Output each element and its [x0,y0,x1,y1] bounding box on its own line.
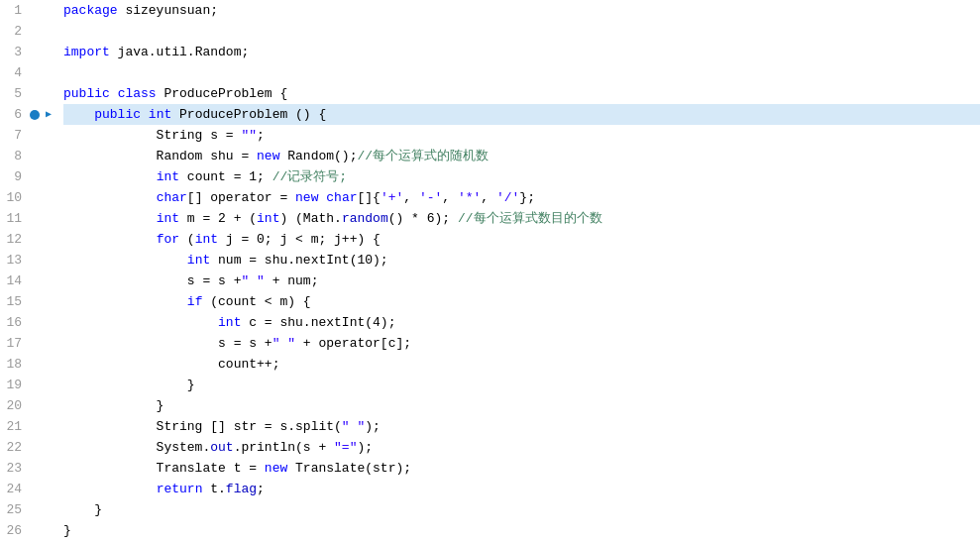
token-plain [63,482,157,496]
token-plain: } [63,378,195,392]
token-plain: java.util.Random; [110,45,249,59]
gutter-line: 10 [0,187,55,208]
token-kw: int [187,253,210,268]
code-line: s = s +" " + operator[c]; [63,333,980,354]
gutter-line: 12 [0,229,55,250]
line-number: 17 [0,333,28,354]
token-kw: package [63,3,118,18]
gutter-line: 3 [0,42,55,62]
line-number: 2 [0,21,28,42]
token-plain: + operator[c]; [295,336,411,351]
token-plain: sizeyunsuan; [118,3,218,18]
line-number: 26 [0,520,28,541]
token-str: " " [342,419,365,434]
code-lines: package sizeyunsuan; import java.util.Ra… [55,0,980,541]
token-plain [63,107,94,122]
line-number: 1 [0,0,28,21]
token-plain [63,253,187,268]
code-line: int c = shu.nextInt(4); [63,312,980,333]
gutter-line: 6▶ [0,104,55,125]
gutter-line: 24 [0,479,55,499]
code-editor: 123456▶789101112131415161718192021222324… [0,0,980,543]
token-plain: , [403,190,419,205]
gutter-line: 5 [0,83,55,104]
token-str: '-' [419,190,442,205]
line-number: 16 [0,312,28,333]
gutter-line: 11 [0,208,55,229]
token-plain: count = 1; [179,169,272,184]
token-plain: ; [257,482,265,496]
token-plain: Random shu = [63,149,257,163]
code-line: public int ProduceProblem () { [63,104,980,125]
line-number: 10 [0,187,28,208]
line-number: 21 [0,416,28,437]
token-str: "" [241,128,257,143]
gutter-line: 14 [0,271,55,291]
token-field: random [342,211,388,226]
gutter-line: 1 [0,0,55,21]
token-plain: String s = [63,128,241,143]
code-line: } [63,520,980,541]
token-plain: num = shu.nextInt(10); [210,253,387,268]
code-area: 123456▶789101112131415161718192021222324… [0,0,980,541]
breakpoint-area[interactable] [28,110,42,120]
token-kw: return [157,482,203,496]
line-number: 18 [0,354,28,375]
code-line: System.out.println(s + "="); [63,437,980,458]
token-plain: ; [257,128,265,143]
gutter-line: 9 [0,166,55,187]
token-kw: public [94,107,141,122]
gutter-line: 21 [0,416,55,437]
gutter-line: 16 [0,312,55,333]
token-plain: ); [357,440,373,455]
breakpoint-dot [30,110,40,120]
token-str: '/' [496,190,519,205]
gutter-line: 2 [0,21,55,42]
code-line: package sizeyunsuan; [63,0,980,21]
token-plain: System. [63,440,210,455]
token-plain: }; [519,190,535,205]
token-plain: ( [179,232,195,247]
token-kw: int [157,211,179,226]
code-line: int count = 1; //记录符号; [63,166,980,187]
code-line: import java.util.Random; [63,42,980,62]
code-line: public class ProduceProblem { [63,83,980,104]
gutter-line: 15 [0,291,55,312]
token-str: " " [272,336,295,351]
code-line: s = s +" " + num; [63,271,980,291]
token-str: "=" [334,440,357,455]
code-line: if (count < m) { [63,291,980,312]
token-kw: char [326,190,357,205]
token-plain [63,211,157,226]
token-plain: , [481,190,496,205]
token-plain: c = shu.nextInt(4); [241,315,395,330]
code-line: String [] str = s.split(" "); [63,416,980,437]
token-kw: import [63,45,110,59]
token-plain: j = 0; j < m; j++) { [218,232,381,247]
gutter-line: 23 [0,458,55,479]
token-plain [110,86,118,101]
line-number: 23 [0,458,28,479]
token-plain: t. [202,482,225,496]
line-number: 11 [0,208,28,229]
token-plain: .println(s + [234,440,334,455]
token-plain [63,294,187,309]
token-plain [63,315,218,330]
gutter-line: 4 [0,62,55,83]
token-plain: count++; [63,357,279,372]
token-plain: + num; [265,273,319,288]
token-plain: ); [365,419,381,434]
line-number: 9 [0,166,28,187]
line-number: 13 [0,250,28,271]
token-kw: int [218,315,241,330]
token-kw: int [195,232,218,247]
token-kw: public [63,86,110,101]
token-kw: char [157,190,187,205]
token-plain [63,190,157,205]
token-kw: for [157,232,179,247]
line-number: 6 [0,104,28,125]
token-plain: Translate(str); [287,461,411,476]
token-kw: int [149,107,171,122]
line-number: 22 [0,437,28,458]
gutter-line: 22 [0,437,55,458]
